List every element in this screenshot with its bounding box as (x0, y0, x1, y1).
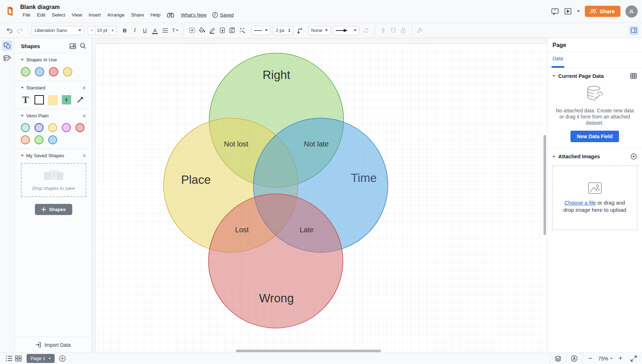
zoom-out-button[interactable]: − (586, 355, 595, 362)
shape-text[interactable]: T (21, 95, 30, 104)
exchange-button[interactable] (362, 26, 371, 35)
undo-button[interactable] (5, 26, 14, 35)
shape-rectangle[interactable] (35, 95, 44, 104)
section-shapes-in-use-header[interactable]: Shapes In Use (21, 57, 86, 62)
venn-orange-circle[interactable] (21, 135, 30, 144)
section-close-icon[interactable]: ✕ (82, 153, 86, 158)
lock-button[interactable] (399, 26, 408, 35)
venn-purple-circle[interactable] (35, 123, 43, 132)
section-close-icon[interactable]: ✕ (82, 85, 86, 90)
section-my-saved-shapes-header[interactable]: My Saved Shapes ✕ (21, 153, 86, 158)
venn-label-not-lost[interactable]: Not lost (224, 140, 248, 148)
section-close-icon[interactable]: ✕ (82, 113, 86, 118)
tab-data[interactable]: Data (552, 56, 563, 65)
magic-style-button[interactable] (238, 26, 247, 35)
venn-label-not-late[interactable]: Not late (304, 140, 329, 148)
magnetize-button[interactable] (389, 26, 398, 35)
shape-blue-circle[interactable] (35, 67, 44, 76)
shape-yellow-circle[interactable] (63, 67, 72, 76)
connector-style-button[interactable] (296, 26, 306, 35)
font-family-select[interactable]: Liberation Sans (32, 26, 84, 35)
comments-button[interactable]: ” (551, 8, 559, 15)
shape-data-button[interactable] (570, 354, 579, 363)
style-library-button[interactable] (228, 26, 237, 35)
menu-insert[interactable]: Insert (86, 11, 104, 18)
menu-arrange[interactable]: Arrange (105, 11, 127, 18)
fill-color-button[interactable] (197, 26, 207, 35)
bold-button[interactable]: B (120, 26, 129, 35)
zoom-menu-caret[interactable] (610, 358, 613, 359)
venn-label-wrong[interactable]: Wrong (259, 291, 294, 305)
more-shapes-button[interactable]: Shapes (35, 204, 72, 215)
venn-circle-wrong[interactable] (208, 194, 343, 328)
venn-blue-circle[interactable] (48, 135, 57, 144)
quick-actions-button[interactable] (379, 26, 388, 35)
line-width-arrows[interactable] (288, 29, 290, 32)
image-upload-drop-zone[interactable]: Choose a file or drag and drop image her… (552, 165, 637, 230)
menu-select[interactable]: Select (49, 11, 68, 18)
shape-arrow[interactable] (75, 95, 85, 104)
add-image-button[interactable] (630, 153, 637, 160)
venn-label-time[interactable]: Time (351, 171, 377, 185)
present-menu-caret[interactable] (577, 10, 580, 12)
document-title[interactable]: Blank diagram (20, 4, 235, 10)
venn-label-lost[interactable]: Lost (235, 226, 249, 234)
canvas[interactable]: Right Place Time Wrong Not lost Not late… (92, 38, 547, 353)
pages-overview-button[interactable] (14, 354, 23, 363)
current-page-data-header[interactable]: Current Page Data (547, 68, 642, 81)
shape-sticky-note[interactable] (48, 95, 58, 104)
section-venn-plain-header[interactable]: Venn Plain ✕ (21, 113, 86, 118)
font-size-value[interactable]: 10 pt (95, 26, 109, 35)
line-style-select[interactable] (251, 26, 271, 35)
horizontal-scrollbar[interactable] (236, 350, 381, 352)
fullscreen-button[interactable] (629, 354, 638, 363)
data-table-view-button[interactable] (630, 73, 637, 79)
venn-label-late[interactable]: Late (300, 226, 314, 234)
text-options-button[interactable]: T (170, 26, 180, 35)
menu-help[interactable]: Help (148, 11, 163, 18)
venn-red-circle[interactable] (75, 123, 84, 132)
saved-shapes-drop-zone[interactable]: T Drop shapes to save (21, 163, 86, 197)
menu-file[interactable]: File (20, 11, 33, 18)
underline-button[interactable]: U (140, 26, 150, 35)
font-size-increase[interactable]: + (109, 26, 116, 35)
snap-grid-button[interactable] (187, 26, 197, 35)
italic-button[interactable]: I (130, 26, 139, 35)
align-button[interactable] (160, 26, 170, 35)
present-button[interactable] (564, 8, 572, 15)
arrow-style-select[interactable] (333, 26, 359, 35)
import-data-button[interactable]: Import Data (15, 337, 91, 353)
menu-view[interactable]: View (69, 11, 85, 18)
share-button[interactable]: Share (585, 6, 620, 17)
shape-red-circle[interactable] (49, 67, 58, 76)
redo-button[interactable] (15, 26, 24, 35)
shadow-button[interactable] (217, 26, 227, 35)
choose-file-link[interactable]: Choose a file (564, 200, 596, 206)
attached-images-header[interactable]: Attached Images (547, 148, 642, 162)
shape-smart-tile[interactable] (62, 95, 71, 104)
line-color-button[interactable] (207, 26, 217, 35)
search-shapes-button[interactable] (80, 43, 86, 49)
lucid-logo[interactable] (0, 0, 20, 23)
outline-button[interactable] (4, 354, 14, 363)
shapes-tab-button[interactable] (2, 41, 12, 51)
data-linking-tab-button[interactable] (2, 53, 12, 64)
font-color-button[interactable]: A (150, 26, 160, 35)
zoom-level[interactable]: 75% (598, 356, 608, 361)
layers-button[interactable] (554, 354, 563, 363)
venn-magenta-circle[interactable] (62, 123, 71, 132)
zoom-in-button[interactable]: + (616, 355, 625, 362)
menu-share[interactable]: Share (128, 11, 146, 18)
font-size-decrease[interactable]: − (88, 26, 95, 35)
venn-green-circle[interactable] (35, 135, 43, 144)
line-width-stepper[interactable]: 2 px (273, 26, 293, 35)
shape-green-circle[interactable] (21, 67, 30, 76)
section-standard-header[interactable]: Standard ✕ (21, 85, 86, 90)
feature-find-button[interactable] (164, 11, 177, 19)
menu-edit[interactable]: Edit (35, 11, 48, 18)
venn-teal-circle[interactable] (21, 123, 30, 132)
avatar[interactable]: JL (625, 5, 638, 18)
whats-new-link[interactable]: What's New (178, 11, 209, 18)
waypoints-select[interactable]: None (308, 26, 331, 35)
venn-label-place[interactable]: Place (181, 173, 211, 186)
